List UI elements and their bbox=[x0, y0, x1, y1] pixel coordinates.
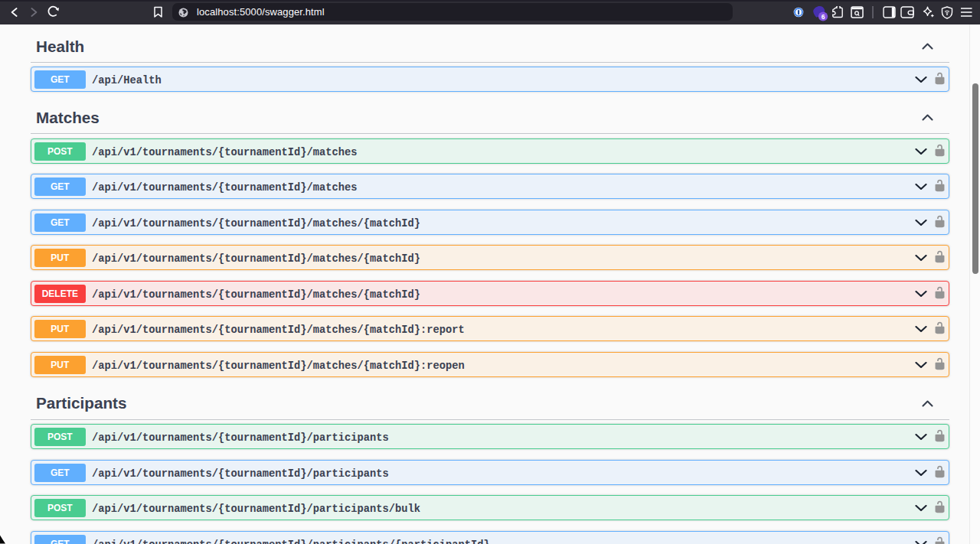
svg-text:6: 6 bbox=[822, 13, 825, 21]
